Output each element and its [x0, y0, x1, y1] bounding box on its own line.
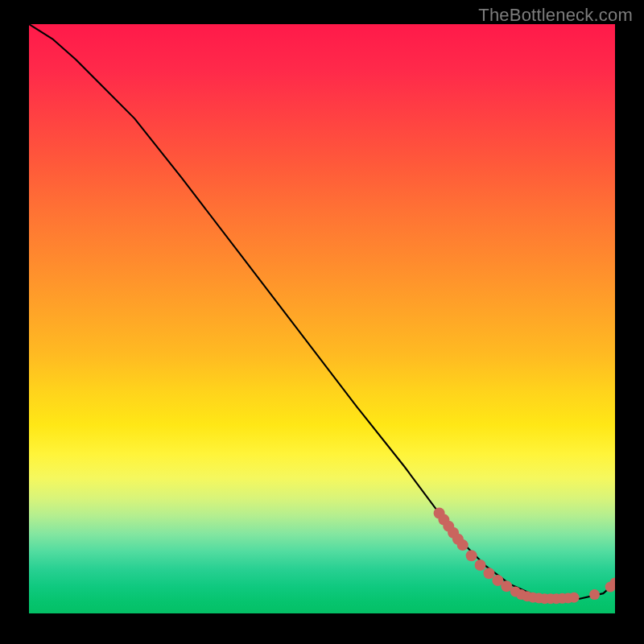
highlighted-cluster-descent-dot [466, 550, 477, 561]
marker-layer [434, 508, 615, 605]
highlighted-cluster-floor-dot [569, 592, 580, 603]
highlighted-cluster-descent-dot [483, 568, 494, 579]
bottleneck-curve [29, 24, 615, 599]
chart-svg [29, 24, 615, 613]
highlighted-cluster-descent-dot [457, 539, 469, 551]
chart-frame: TheBottleneck.com [0, 0, 644, 644]
highlighted-point-isolated-dot [589, 589, 600, 600]
watermark-text: TheBottleneck.com [478, 5, 633, 26]
highlighted-cluster-descent-dot [475, 559, 486, 571]
